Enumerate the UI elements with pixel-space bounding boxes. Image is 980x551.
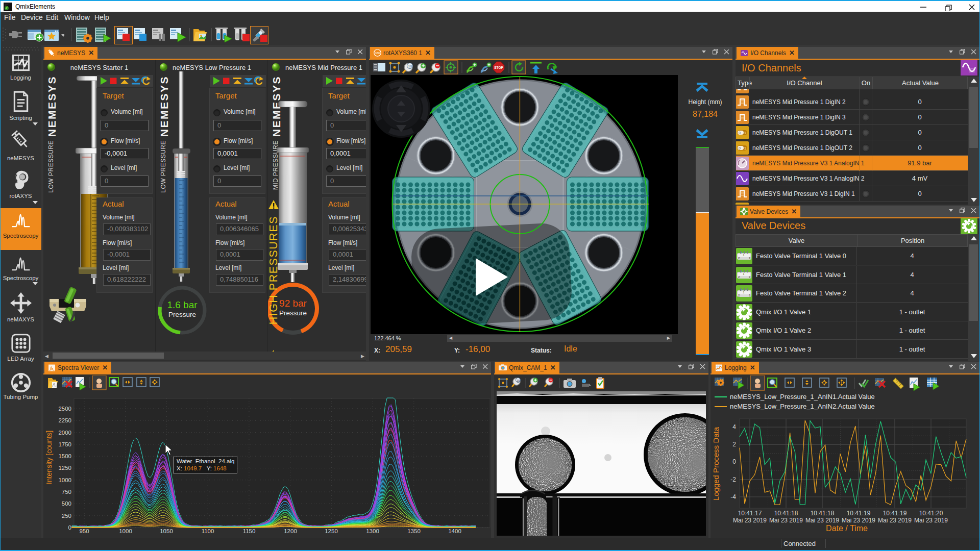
svg-text:1: 1 xyxy=(744,131,746,135)
svg-text:Mai 23 2019: Mai 23 2019 xyxy=(878,517,912,524)
svg-text:STOP: STOP xyxy=(494,66,503,69)
svg-text:0: 0 xyxy=(68,524,71,531)
svg-text:LOW PRESSURE: LOW PRESSURE xyxy=(47,140,55,193)
svg-text:1: 1 xyxy=(743,254,745,257)
svg-text:1400: 1400 xyxy=(448,528,461,534)
svg-text:2000: 2000 xyxy=(58,430,71,436)
svg-text:Pressure: Pressure xyxy=(279,309,307,317)
svg-text:Mai 23 2019: Mai 23 2019 xyxy=(733,517,767,524)
svg-text:Mai 23 2019: Mai 23 2019 xyxy=(805,517,839,524)
svg-text:2250: 2250 xyxy=(58,417,71,423)
svg-text:1250: 1250 xyxy=(58,465,71,471)
svg-text:10: 10 xyxy=(408,64,412,68)
svg-text:10:41:19: 10:41:19 xyxy=(883,510,907,517)
svg-text:Pressure: Pressure xyxy=(168,311,196,318)
svg-text:92 bar: 92 bar xyxy=(279,298,307,309)
svg-text:Mai 23 2019: Mai 23 2019 xyxy=(769,517,803,524)
svg-text:10:41:17: 10:41:17 xyxy=(738,510,762,517)
svg-text:1200: 1200 xyxy=(284,528,297,534)
svg-text:10:41:18: 10:41:18 xyxy=(811,510,835,517)
svg-text:-2: -2 xyxy=(730,476,736,483)
svg-text:1150: 1150 xyxy=(243,528,256,534)
svg-text:1250: 1250 xyxy=(325,528,338,534)
svg-text:500: 500 xyxy=(62,500,71,507)
svg-text:Intensity [counts]: Intensity [counts] xyxy=(45,431,53,484)
svg-text:1750: 1750 xyxy=(58,441,71,447)
svg-text:1.6 bar: 1.6 bar xyxy=(167,299,198,310)
svg-text:0: 0 xyxy=(739,146,741,150)
svg-text:1350: 1350 xyxy=(407,528,421,534)
svg-text:1: 1 xyxy=(744,146,746,150)
svg-text:Date / Time: Date / Time xyxy=(826,524,868,533)
svg-text:2: 2 xyxy=(732,441,736,448)
svg-text:1100: 1100 xyxy=(202,528,214,534)
svg-text:Mai 23 2019: Mai 23 2019 xyxy=(842,517,875,524)
svg-text:4: 4 xyxy=(732,423,736,431)
svg-text:10:41:18: 10:41:18 xyxy=(774,510,798,517)
svg-text:10: 10 xyxy=(517,379,520,382)
svg-text:Mai 23 2019: Mai 23 2019 xyxy=(914,517,948,524)
svg-text:360: 360 xyxy=(375,52,380,55)
svg-text:1: 1 xyxy=(743,291,745,294)
svg-text:Logged Process Data: Logged Process Data xyxy=(712,427,720,500)
svg-text:1000: 1000 xyxy=(119,528,132,534)
svg-text:2500: 2500 xyxy=(58,406,71,412)
svg-text:1050: 1050 xyxy=(160,528,173,534)
svg-text:NEMESYS: NEMESYS xyxy=(46,76,58,137)
svg-text:1500: 1500 xyxy=(58,453,71,459)
svg-text:10:41:19: 10:41:19 xyxy=(847,510,871,517)
svg-text:HIGH PRESSURES: HIGH PRESSURES xyxy=(268,216,280,324)
svg-text:950: 950 xyxy=(79,528,89,534)
svg-text:0: 0 xyxy=(732,458,736,465)
svg-text:10:41:20: 10:41:20 xyxy=(919,510,943,517)
svg-text:-4: -4 xyxy=(730,493,736,500)
svg-text:1000: 1000 xyxy=(58,477,71,483)
svg-text:1300: 1300 xyxy=(366,528,379,534)
svg-text:750: 750 xyxy=(62,489,71,495)
svg-text:0: 0 xyxy=(739,131,741,135)
svg-text:LOW PRESSURE: LOW PRESSURE xyxy=(160,140,167,193)
svg-text:250: 250 xyxy=(62,513,71,519)
svg-text:1: 1 xyxy=(743,272,745,276)
